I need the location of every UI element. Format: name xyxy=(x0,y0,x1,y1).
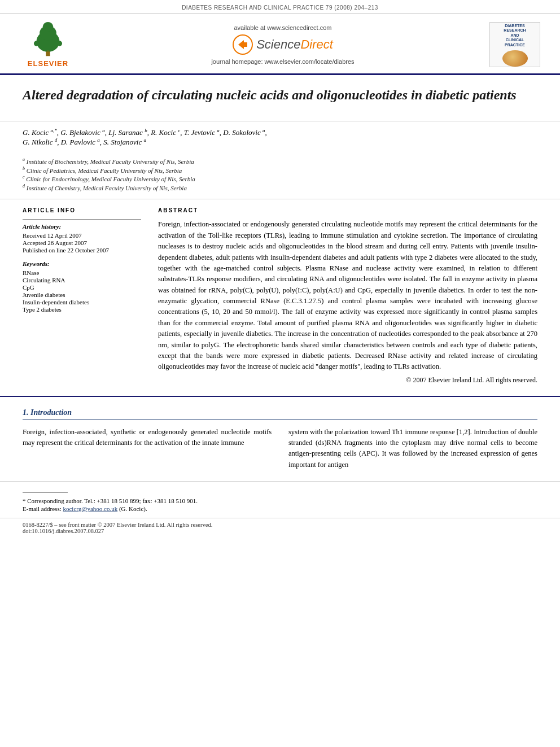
intro-two-col: Foreign, infection-associated, synthetic… xyxy=(23,427,537,471)
article-history-block: Article history: Received 12 April 2007 … xyxy=(23,219,141,254)
article-info-heading: ARTICLE INFO xyxy=(23,207,141,213)
svg-point-3 xyxy=(43,22,54,32)
intro-right-text: system with the polarization toward Th1 … xyxy=(288,427,537,471)
abstract-copyright: © 2007 Elsevier Ireland Ltd. All rights … xyxy=(158,376,537,385)
elsevier-logo: ELSEVIER xyxy=(17,21,79,68)
divider xyxy=(23,492,68,493)
abstract-text: Foreign, infection-associated or endogen… xyxy=(158,219,537,372)
intro-title: 1. Introduction xyxy=(23,408,537,420)
svg-point-6 xyxy=(46,50,50,54)
keywords-label: Keywords: xyxy=(23,260,141,267)
footer-section: * Corresponding author. Tel.: +381 18 51… xyxy=(0,482,560,518)
affiliations: a Institute of Biochemistry, Medical Fac… xyxy=(0,155,560,200)
elsevier-tree-icon xyxy=(25,21,71,58)
abstract-heading: ABSTRACT xyxy=(158,207,537,213)
keywords-block: Keywords: RNase Circulating RNA CpG Juve… xyxy=(23,260,141,313)
published-date: Published on line 22 October 2007 xyxy=(23,247,141,254)
center-info: available at www.sciencedirect.com Scien… xyxy=(79,24,487,65)
email-link[interactable]: kocicrg@yahoo.co.uk xyxy=(63,505,117,512)
sd-text: ScienceDirect xyxy=(256,37,333,52)
keyword-5: Insulin-dependent diabetes xyxy=(23,299,141,305)
history-label: Article history: xyxy=(23,223,141,230)
article-title-section: Altered degradation of circulating nucle… xyxy=(0,75,560,121)
journal-header: DIABETES RESEARCH AND CLINICAL PRACTICE … xyxy=(0,0,560,14)
journal-title: DIABETES RESEARCH AND CLINICAL PRACTICE … xyxy=(182,5,378,11)
email-footnote: E-mail address: kocicrg@yahoo.co.uk (G. … xyxy=(23,505,537,512)
sciencedirect-logo: ScienceDirect xyxy=(79,34,487,55)
keyword-1: RNase xyxy=(23,269,141,276)
diabetes-badge: DIABETESRESEARCHANDCLINICALPRACTICE xyxy=(489,22,540,67)
affiliation-d: d Institute of Chemistry, Medical Facult… xyxy=(23,184,537,191)
introduction-section: 1. Introduction Foreign, infection-assoc… xyxy=(0,397,560,471)
keyword-4: Juvenile diabetes xyxy=(23,291,141,298)
authors-section: G. Kocic a,*, G. Bjelakovic a, Lj. Saran… xyxy=(0,121,560,155)
svg-point-5 xyxy=(57,41,62,46)
corresponding-author: * Corresponding author. Tel.: +381 18 51… xyxy=(23,497,537,504)
copyright-footer: 0168-8227/$ – see front matter © 2007 El… xyxy=(23,522,212,528)
affiliation-a: a Institute of Biochemistry, Medical Fac… xyxy=(23,157,537,165)
svg-point-4 xyxy=(34,41,39,46)
keyword-2: Circulating RNA xyxy=(23,277,141,283)
page: DIABETES RESEARCH AND CLINICAL PRACTICE … xyxy=(0,0,560,747)
affiliation-c: c Clinic for Endocrinology, Medical Facu… xyxy=(23,174,537,182)
article-main-title: Altered degradation of circulating nucle… xyxy=(23,86,537,104)
abstract-col: ABSTRACT Foreign, infection-associated o… xyxy=(158,207,537,384)
sd-icon xyxy=(233,34,253,55)
intro-left: Foreign, infection-associated, synthetic… xyxy=(23,427,272,471)
affiliation-b: b Clinic of Pediatrics, Medical Faculty … xyxy=(23,166,537,174)
diabetes-circle-icon xyxy=(502,50,528,67)
article-info-abstract: ARTICLE INFO Article history: Received 1… xyxy=(0,199,560,396)
received-date: Received 12 April 2007 xyxy=(23,232,141,239)
logo-row: ELSEVIER available at www.sciencedirect.… xyxy=(0,14,560,75)
diabetes-badge-title: DIABETESRESEARCHANDCLINICALPRACTICE xyxy=(502,23,527,49)
keyword-6: Type 2 diabetes xyxy=(23,306,141,313)
elsevier-label: ELSEVIER xyxy=(28,59,68,68)
diabetes-logo: DIABETESRESEARCHANDCLINICALPRACTICE xyxy=(487,22,543,67)
doi: doi:10.1016/j.diabres.2007.08.027 xyxy=(23,528,104,534)
available-text: available at www.sciencedirect.com xyxy=(79,24,487,31)
footer-bar: 0168-8227/$ – see front matter © 2007 El… xyxy=(0,518,560,536)
accepted-date: Accepted 26 August 2007 xyxy=(23,239,141,246)
intro-left-text: Foreign, infection-associated, synthetic… xyxy=(23,427,272,449)
keyword-3: CpG xyxy=(23,284,141,291)
article-info-col: ARTICLE INFO Article history: Received 1… xyxy=(23,207,141,384)
journal-homepage: journal homepage: www.elsevier.com/locat… xyxy=(79,58,487,65)
authors-line: G. Kocic a,*, G. Bjelakovic a, Lj. Saran… xyxy=(23,127,537,147)
intro-right: system with the polarization toward Th1 … xyxy=(288,427,537,471)
